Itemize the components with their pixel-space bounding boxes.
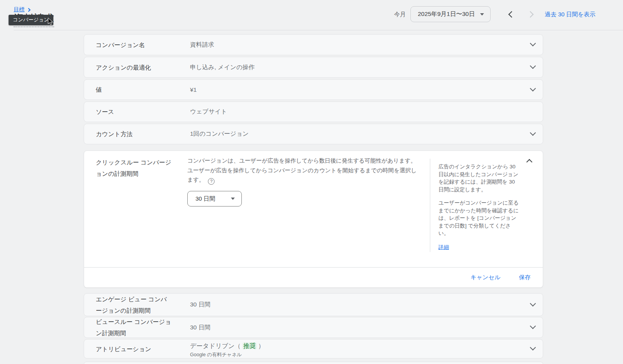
show-last-30-days-link[interactable]: 過去 30 日間を表示 [545, 11, 595, 18]
row-label: ビュースルー コンバージョン計測期間 [96, 316, 174, 339]
panel-footer: キャンセル 保存 [84, 267, 543, 287]
window-length-select[interactable]: 30 日間 [187, 191, 242, 206]
panel-label: クリックスルー コンバージョンの計測期間 [96, 157, 177, 179]
chevron-down-icon[interactable] [530, 40, 536, 47]
chevron-down-icon[interactable] [530, 130, 536, 136]
chevron-left-icon [509, 11, 515, 18]
panel-clickthrough-window: クリックスルー コンバージョンの計測期間 コンバージョンは、ユーザーが広告を操作… [84, 150, 543, 288]
row-label: エンゲージ ビュー コンバージョンの計測期間 [96, 294, 170, 316]
row-action-optimization[interactable]: アクションの最適化 申し込み, メインの操作 [84, 57, 543, 78]
row-value: データドリブン（ 推奨 ） Google の有料チャネル [190, 342, 264, 358]
details-link[interactable]: 詳細 [438, 243, 449, 251]
dropdown-arrow-icon [480, 13, 484, 16]
chevron-down-icon[interactable] [530, 300, 536, 306]
row-label: 値 [96, 84, 102, 95]
row-label: カウント方法 [96, 128, 132, 140]
dropdown-arrow-icon [231, 198, 235, 200]
header-divider [14, 30, 623, 30]
row-value: 30 日間 [190, 324, 211, 332]
chevron-right-icon [527, 11, 534, 18]
row-value: ウェブサイト [190, 108, 227, 116]
row-engaged-view-window[interactable]: エンゲージ ビュー コンバージョンの計測期間 30 日間 [84, 293, 543, 316]
collapse-panel-button[interactable] [524, 156, 536, 167]
row-value: ¥1 [190, 86, 197, 93]
date-range-value: 2025年9月1日〜30日 [418, 10, 480, 18]
side-note-paragraph: 広告のインタラクションから 30 日以内に発生したコンバージョンを記録するには、… [438, 163, 521, 193]
row-partial[interactable] [84, 362, 543, 364]
row-source[interactable]: ソース ウェブサイト [84, 102, 543, 122]
conversion-settings-page: 目標 資料請求 コンバージョン 今月 2025年9月1日〜30日 過去 30 日… [0, 0, 623, 364]
row-value: 30 日間 [190, 301, 211, 309]
attribution-model-suffix: ） [257, 343, 264, 349]
attribution-channel: Google の有料チャネル [190, 352, 264, 358]
chevron-down-icon[interactable] [530, 323, 536, 329]
tooltip: コンバージョン [9, 15, 53, 25]
chevron-down-icon[interactable] [530, 345, 536, 351]
row-value: 申し込み, メインの操作 [190, 63, 255, 72]
period-label: 今月 [394, 11, 406, 18]
breadcrumb-chevron-icon [27, 8, 31, 12]
row-attribution[interactable]: アトリビューション データドリブン（ 推奨 ） Google の有料チャネル [84, 339, 543, 359]
attribution-model: データドリブン（ [190, 343, 243, 349]
row-value: 1回のコンバージョン [190, 130, 249, 138]
cancel-button[interactable]: キャンセル [470, 274, 500, 281]
save-button[interactable]: 保存 [519, 274, 531, 281]
panel-description-text: コンバージョンは、ユーザーが広告を操作してから数日後に発生する可能性があります。… [187, 158, 417, 183]
recommended-badge: 推奨 [243, 343, 257, 349]
row-label: コンバージョン名 [96, 39, 145, 51]
row-conversion-name[interactable]: コンバージョン名 資料請求 [84, 34, 543, 55]
side-note-divider [430, 159, 430, 252]
row-label: ソース [96, 106, 114, 117]
row-label: アクションの最適化 [96, 62, 151, 73]
chevron-down-icon[interactable] [530, 63, 536, 69]
next-period-button[interactable] [525, 11, 537, 19]
row-label: アトリビューション [96, 343, 151, 355]
panel-description: コンバージョンは、ユーザーが広告を操作してから数日後に発生する可能性があります。… [187, 156, 418, 185]
cursor-icon [48, 18, 54, 28]
chevron-up-icon [526, 159, 533, 165]
side-note: 広告のインタラクションから 30 日以内に発生したコンバージョンを記録するには、… [438, 163, 521, 251]
side-note-paragraph: ユーザーがコンバージョンに至るまでにかかった時間を確認するには、レポートを [コ… [438, 199, 521, 237]
window-length-value: 30 日間 [195, 195, 231, 203]
row-count-method[interactable]: カウント方法 1回のコンバージョン [84, 124, 543, 144]
date-range-selector[interactable]: 2025年9月1日〜30日 [410, 6, 491, 22]
chevron-down-icon[interactable] [530, 85, 536, 91]
previous-period-button[interactable] [506, 11, 518, 19]
row-viewthrough-window[interactable]: ビュースルー コンバージョン計測期間 30 日間 [84, 317, 543, 338]
row-value-setting[interactable]: 値 ¥1 [84, 79, 543, 100]
row-value: 資料請求 [190, 41, 214, 49]
help-icon[interactable]: ? [208, 178, 215, 185]
